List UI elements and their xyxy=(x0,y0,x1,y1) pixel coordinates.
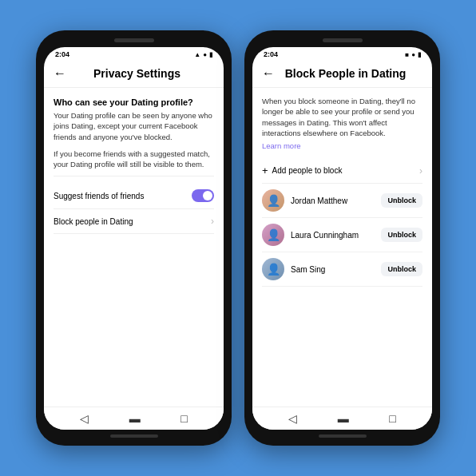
back-button-1[interactable]: ← xyxy=(54,66,66,81)
back-button-2[interactable]: ← xyxy=(262,66,275,81)
unblock-laura-button[interactable]: Unblock xyxy=(381,228,422,242)
block-screen: When you block someone in Dating, they'l… xyxy=(252,88,432,407)
person-name-sam: Sam Sing xyxy=(291,265,375,274)
chevron-icon-block: › xyxy=(211,216,214,227)
page-title-1: Privacy Settings xyxy=(73,67,201,80)
wifi-icon-2: ● xyxy=(411,51,415,58)
signal-icon-1: ▲ xyxy=(194,51,200,58)
privacy-para-1: Your Dating profile can be seen by anyon… xyxy=(54,110,214,142)
avatar-sam: 👤 xyxy=(262,258,284,280)
back-nav-icon-2[interactable]: ◁ xyxy=(288,412,297,425)
person-row-laura: 👤 Laura Cunningham Unblock xyxy=(262,218,422,252)
phone-speaker-2 xyxy=(323,38,363,42)
avatar-icon-laura: 👤 xyxy=(262,224,284,246)
block-people-row[interactable]: Block people in Dating › xyxy=(54,209,214,234)
learn-more-link[interactable]: Learn more xyxy=(262,141,422,150)
page-title-2: Block People in Dating xyxy=(281,67,410,80)
avatar-icon-sam: 👤 xyxy=(262,258,284,280)
suggest-friends-row[interactable]: Suggest friends of friends xyxy=(54,183,214,209)
status-time-2: 2:04 xyxy=(264,50,278,58)
status-bar-1: 2:04 ▲ ● ▮ xyxy=(44,47,224,60)
avatar-jordan: 👤 xyxy=(262,189,284,212)
unblock-jordan-button[interactable]: Unblock xyxy=(381,193,422,208)
suggest-friends-toggle[interactable] xyxy=(192,189,214,202)
back-nav-icon-1[interactable]: ◁ xyxy=(80,412,89,425)
status-bar-2: 2:04 ■ ● ▮ xyxy=(252,47,432,60)
status-time-1: 2:04 xyxy=(55,50,69,58)
phone-home-bar-1 xyxy=(110,434,158,438)
wifi-icon-1: ● xyxy=(203,51,207,58)
phone-screen-2: 2:04 ■ ● ▮ ← Block People in Dating When… xyxy=(252,47,432,430)
phone-home-bar-2 xyxy=(319,434,367,438)
app-bar-2: ← Block People in Dating xyxy=(252,60,432,88)
recent-nav-icon-1[interactable]: □ xyxy=(180,412,187,425)
toggle-knob xyxy=(203,191,212,200)
status-icons-1: ▲ ● ▮ xyxy=(194,51,212,58)
block-content: When you block someone in Dating, they'l… xyxy=(252,88,432,407)
recent-nav-icon-2[interactable]: □ xyxy=(389,412,395,425)
add-people-label: + Add people to block xyxy=(262,165,342,177)
block-people-label: Block people in Dating xyxy=(54,217,133,226)
person-name-laura: Laura Cunningham xyxy=(291,231,375,240)
chevron-icon-add: › xyxy=(419,165,422,177)
divider-1 xyxy=(54,176,214,177)
bottom-nav-1: ◁ ▬ □ xyxy=(44,407,224,430)
add-plus-icon: + xyxy=(262,165,268,177)
dating-profile-question: Who can see your Dating profile? xyxy=(54,97,214,107)
app-bar-1: ← Privacy Settings xyxy=(44,60,224,88)
home-nav-icon-1[interactable]: ▬ xyxy=(129,412,141,425)
person-name-jordan: Jordan Matthew xyxy=(291,196,375,205)
privacy-screen: Who can see your Dating profile? Your Da… xyxy=(44,88,224,407)
status-icons-2: ■ ● ▮ xyxy=(405,51,421,58)
battery-icon-2: ▮ xyxy=(418,51,421,58)
person-row-jordan: 👤 Jordan Matthew Unblock xyxy=(262,184,422,218)
add-people-row[interactable]: + Add people to block › xyxy=(262,158,422,184)
avatar-icon-jordan: 👤 xyxy=(262,189,284,212)
suggest-friends-label: Suggest friends of friends xyxy=(54,192,144,200)
avatar-laura: 👤 xyxy=(262,224,284,246)
battery-icon-1: ▮ xyxy=(209,51,212,58)
home-nav-icon-2[interactable]: ▬ xyxy=(338,412,349,425)
add-people-text: Add people to block xyxy=(272,166,343,175)
phone-2: 2:04 ■ ● ▮ ← Block People in Dating When… xyxy=(244,30,440,446)
privacy-para-2: If you become friends with a suggested m… xyxy=(54,149,214,170)
phone-screen-1: 2:04 ▲ ● ▮ ← Privacy Settings Who can se… xyxy=(44,47,224,430)
person-row-sam: 👤 Sam Sing Unblock xyxy=(262,252,422,287)
bottom-nav-2: ◁ ▬ □ xyxy=(252,407,432,430)
phone-1: 2:04 ▲ ● ▮ ← Privacy Settings Who can se… xyxy=(36,30,232,446)
block-description: When you block someone in Dating, they'l… xyxy=(262,96,422,138)
phone-speaker-1 xyxy=(114,38,154,42)
unblock-sam-button[interactable]: Unblock xyxy=(381,262,422,276)
signal-icon-2: ■ xyxy=(405,51,409,58)
privacy-content: Who can see your Dating profile? Your Da… xyxy=(44,88,224,407)
